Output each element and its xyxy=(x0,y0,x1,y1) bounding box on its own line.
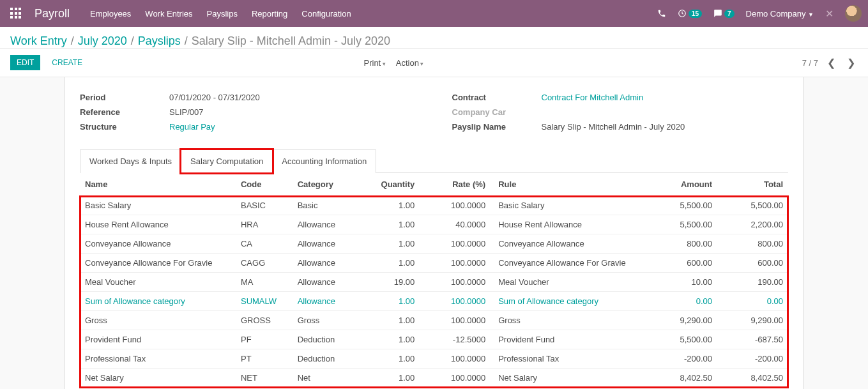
table-row[interactable]: Gross GROSS Gross 1.00 100.0000 Gross 9,… xyxy=(80,311,788,330)
menu-employees[interactable]: Employees xyxy=(90,9,131,19)
pager-next[interactable]: ❯ xyxy=(844,56,858,70)
pager-text: 7 / 7 xyxy=(802,58,818,68)
cell-rate: 100.0000 xyxy=(420,273,491,292)
tab-accounting-information[interactable]: Accounting Information xyxy=(272,149,376,173)
table-row[interactable]: Conveyance Allowance CA Allowance 1.00 1… xyxy=(80,234,788,254)
payslip-name-value: Salary Slip - Mitchell Admin - July 2020 xyxy=(542,122,685,132)
col-amount[interactable]: Amount xyxy=(646,173,717,196)
print-dropdown[interactable]: Print xyxy=(364,58,386,68)
table-row[interactable]: Conveyance Allowance For Gravie CAGG All… xyxy=(80,254,788,273)
col-category[interactable]: Category xyxy=(293,173,363,196)
table-body: Basic Salary BASIC Basic 1.00 100.0000 B… xyxy=(80,196,788,388)
table-row[interactable]: Net Salary NET Net 1.00 100.0000 Net Sal… xyxy=(80,369,788,388)
form-sheet-background: Period 07/01/2020 - 07/31/2020 Reference… xyxy=(0,77,868,389)
cell-total: -687.50 xyxy=(717,330,788,349)
cell-quantity: 1.00 xyxy=(363,349,420,369)
table-row[interactable]: House Rent Allowance HRA Allowance 1.00 … xyxy=(80,215,788,234)
contract-value[interactable]: Contract For Mitchell Admin xyxy=(542,93,644,102)
cell-category: Basic xyxy=(293,196,363,215)
reference-value: SLIP/007 xyxy=(169,107,204,117)
cell-rule: House Rent Allowance xyxy=(491,215,646,234)
cell-rule: Provident Fund xyxy=(491,330,646,349)
cell-rate: -12.5000 xyxy=(420,330,491,349)
cell-code: MA xyxy=(236,273,293,292)
tab-salary-computation[interactable]: Salary Computation xyxy=(181,149,273,173)
apps-icon[interactable] xyxy=(10,8,22,19)
cell-name: Conveyance Allowance xyxy=(80,234,236,254)
cell-rate: 100.0000 xyxy=(420,369,491,388)
pager-prev[interactable]: ❮ xyxy=(825,56,838,70)
top-navbar: Payroll Employees Work Entries Payslips … xyxy=(0,0,868,27)
control-panel: EDIT CREATE Print Action 7 / 7 ❮ ❯ xyxy=(0,49,868,77)
salary-computation-table: Name Code Category Quantity Rate (%) Rul… xyxy=(80,173,788,388)
messages-icon[interactable]: 7 xyxy=(713,9,735,18)
period-value: 07/01/2020 - 07/31/2020 xyxy=(169,93,260,102)
cell-rule: Meal Voucher xyxy=(491,273,646,292)
menu-payslips[interactable]: Payslips xyxy=(207,9,238,19)
user-avatar[interactable] xyxy=(845,5,862,22)
cell-rate: 100.0000 xyxy=(420,349,491,369)
cell-category: Allowance xyxy=(293,292,363,311)
fields-left: Period 07/01/2020 - 07/31/2020 Reference… xyxy=(80,93,416,137)
cell-rule: Gross xyxy=(491,311,646,330)
structure-value[interactable]: Regular Pay xyxy=(169,122,215,132)
tab-worked-days[interactable]: Worked Days & Inputs xyxy=(80,149,181,173)
cell-rule: Basic Salary xyxy=(491,196,646,215)
cell-amount: 600.00 xyxy=(646,254,717,273)
cell-code: NET xyxy=(236,369,293,388)
menu-work-entries[interactable]: Work Entries xyxy=(145,9,192,19)
cell-quantity: 1.00 xyxy=(363,311,420,330)
action-dropdown[interactable]: Action xyxy=(396,58,424,68)
menu-reporting[interactable]: Reporting xyxy=(252,9,287,19)
cell-code: BASIC xyxy=(236,196,293,215)
cell-quantity: 1.00 xyxy=(363,215,420,234)
col-rate[interactable]: Rate (%) xyxy=(420,173,491,196)
cell-rate: 100.0000 xyxy=(420,234,491,254)
cell-quantity: 1.00 xyxy=(363,196,420,215)
col-total[interactable]: Total xyxy=(717,173,788,196)
cell-total: 5,500.00 xyxy=(717,196,788,215)
col-quantity[interactable]: Quantity xyxy=(363,173,420,196)
cell-code: GROSS xyxy=(236,311,293,330)
cell-amount: 0.00 xyxy=(646,292,717,311)
cell-category: Allowance xyxy=(293,254,363,273)
reference-label: Reference xyxy=(80,107,169,117)
company-selector[interactable]: Demo Company ▼ xyxy=(746,9,814,19)
navbar-right: 15 7 Demo Company ▼ ✕ xyxy=(657,5,862,22)
cell-total: 600.00 xyxy=(717,254,788,273)
activities-badge: 15 xyxy=(689,10,702,18)
col-code[interactable]: Code xyxy=(236,173,293,196)
cell-total: 800.00 xyxy=(717,234,788,254)
pager: 7 / 7 ❮ ❯ xyxy=(802,56,858,70)
phone-icon[interactable] xyxy=(657,9,666,18)
col-rule[interactable]: Rule xyxy=(491,173,646,196)
table-row[interactable]: Sum of Allowance category SUMALW Allowan… xyxy=(80,292,788,311)
table-row[interactable]: Professional Tax PT Deduction 1.00 100.0… xyxy=(80,349,788,369)
cell-category: Deduction xyxy=(293,330,363,349)
table-row[interactable]: Meal Voucher MA Allowance 19.00 100.0000… xyxy=(80,273,788,292)
breadcrumb-payslips[interactable]: Payslips xyxy=(138,34,181,48)
table-row[interactable]: Provident Fund PF Deduction 1.00 -12.500… xyxy=(80,330,788,349)
col-name[interactable]: Name xyxy=(80,173,236,196)
breadcrumb-work-entry[interactable]: Work Entry xyxy=(10,34,67,48)
table-row[interactable]: Basic Salary BASIC Basic 1.00 100.0000 B… xyxy=(80,196,788,215)
breadcrumb-month[interactable]: July 2020 xyxy=(78,34,127,48)
cell-code: CAGG xyxy=(236,254,293,273)
cell-amount: 10.00 xyxy=(646,273,717,292)
cell-category: Allowance xyxy=(293,273,363,292)
cell-code: SUMALW xyxy=(236,292,293,311)
cell-total: 2,200.00 xyxy=(717,215,788,234)
cell-rule: Professional Tax xyxy=(491,349,646,369)
cell-category: Gross xyxy=(293,311,363,330)
cell-rate: 100.0000 xyxy=(420,292,491,311)
close-icon[interactable]: ✕ xyxy=(825,8,834,20)
cell-rule: Net Salary xyxy=(491,369,646,388)
edit-button[interactable]: EDIT xyxy=(10,55,40,70)
create-button[interactable]: CREATE xyxy=(45,55,89,70)
breadcrumb-bar: Work Entry / July 2020 / Payslips / Sala… xyxy=(0,27,868,49)
cell-code: CA xyxy=(236,234,293,254)
menu-configuration[interactable]: Configuration xyxy=(301,9,351,19)
activities-icon[interactable]: 15 xyxy=(678,9,702,18)
cell-quantity: 1.00 xyxy=(363,292,420,311)
cell-category: Net xyxy=(293,369,363,388)
